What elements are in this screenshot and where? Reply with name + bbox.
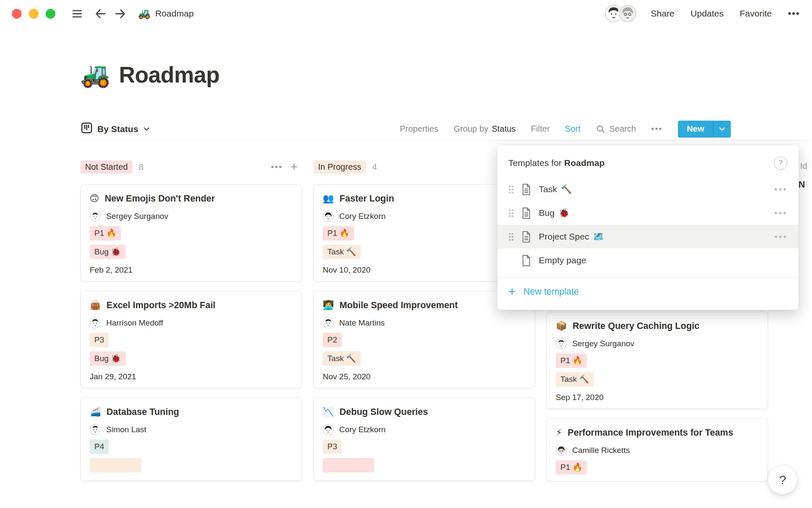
board-view-icon: [80, 121, 93, 136]
updates-button[interactable]: Updates: [691, 8, 724, 19]
drag-handle-icon[interactable]: [508, 232, 514, 241]
card-person: Simon Last: [90, 424, 293, 435]
templates-dropdown-header: Templates for Roadmap ?: [497, 145, 798, 177]
board-card[interactable]: 📉Debug Slow Queries Cory Etzkorn P3: [313, 398, 535, 481]
card-date: Feb 2, 2021: [90, 265, 293, 275]
window-topbar: 🚜 Roadmap Share Updates Favorite •••: [0, 0, 812, 27]
tractor-emoji-icon: 🚜: [138, 8, 151, 19]
card-emoji-icon: 👩‍💻: [323, 300, 334, 310]
template-more-icon[interactable]: •••: [774, 232, 787, 242]
card-title: 🙃New Emojis Don't Render: [90, 192, 293, 205]
template-item-project-spec[interactable]: Project Spec 🗺️ •••: [497, 225, 798, 248]
priority-tag: P1 🔥: [323, 226, 354, 240]
new-button[interactable]: New: [678, 121, 731, 138]
avatar: [323, 424, 334, 435]
templates-dropdown: Templates for Roadmap ? Task 🔨 ••• Bug 🐞…: [497, 145, 798, 310]
board-card[interactable]: 🚄Database Tuning Simon Last P4: [80, 398, 302, 481]
template-item-bug[interactable]: Bug 🐞 •••: [497, 201, 798, 225]
priority-tag: P3: [323, 439, 342, 454]
priority-tag: P2: [323, 333, 342, 347]
close-window-button[interactable]: [12, 9, 22, 19]
share-button[interactable]: Share: [651, 8, 675, 19]
breadcrumb[interactable]: 🚜 Roadmap: [138, 8, 194, 19]
properties-button[interactable]: Properties: [400, 124, 438, 134]
card-title: 👜Excel Imports >20Mb Fail: [90, 298, 293, 312]
traffic-lights: [12, 9, 55, 19]
column-add-card-icon[interactable]: +: [290, 160, 298, 173]
column-header: Not Started 8 ••• +: [80, 159, 302, 174]
group-by-label: Group by: [453, 124, 488, 134]
card-emoji-icon: 👜: [90, 300, 101, 310]
filter-button[interactable]: Filter: [531, 124, 549, 134]
drag-handle-icon[interactable]: [508, 209, 514, 218]
template-item-task[interactable]: Task 🔨 •••: [497, 177, 798, 201]
more-options-icon[interactable]: •••: [788, 8, 800, 19]
priority-tag: P1 🔥: [556, 353, 587, 368]
forward-arrow-icon[interactable]: [114, 7, 127, 20]
board-card[interactable]: 🙃New Emojis Don't Render Sergey Surganov…: [80, 184, 302, 282]
world-map-emoji-icon: 🗺️: [593, 232, 604, 242]
board-column-not-started: Not Started 8 ••• + 🙃New Emojis Don't Re…: [80, 159, 302, 481]
collaborator-avatars[interactable]: [605, 5, 636, 22]
help-button[interactable]: ?: [768, 465, 797, 494]
templates-title-prefix: Templates for: [508, 158, 562, 168]
document-icon: [521, 231, 531, 243]
board-card[interactable]: 📦Rewrite Query Caching Logic Sergey Surg…: [546, 312, 768, 409]
group-by-value: Status: [492, 124, 516, 134]
group-by-button[interactable]: Group by Status: [453, 124, 516, 134]
card-person: Cory Etzkorn: [323, 424, 526, 435]
type-tag: Bug 🐞: [90, 351, 126, 366]
card-person: Sergey Surganov: [90, 211, 293, 222]
board-card[interactable]: ⚡Performance Improvements for Teams Cami…: [546, 418, 768, 481]
page-title[interactable]: Roadmap: [119, 62, 219, 88]
favorite-button[interactable]: Favorite: [740, 8, 772, 19]
priority-tag: P1 🔥: [90, 226, 121, 240]
type-tag: [323, 458, 374, 472]
template-more-icon[interactable]: •••: [774, 208, 787, 218]
toolbar-more-icon[interactable]: •••: [651, 124, 663, 134]
sidebar-menu-icon[interactable]: [71, 7, 84, 20]
board-card[interactable]: 👜Excel Imports >20Mb Fail Harrison Medof…: [80, 291, 302, 388]
view-switcher[interactable]: By Status: [80, 121, 151, 136]
view-switcher-label: By Status: [97, 124, 138, 134]
view-toolbar: By Status Properties Group by Status Fil…: [80, 118, 812, 141]
card-date: Nov 10, 2020: [323, 265, 526, 275]
avatar: [90, 318, 101, 329]
minimize-window-button[interactable]: [29, 9, 38, 19]
avatar: [90, 424, 101, 435]
card-emoji-icon: 📉: [323, 407, 334, 417]
card-title: ⚡Performance Improvements for Teams: [556, 426, 759, 439]
type-tag: Task 🔨: [323, 245, 361, 259]
avatar: [556, 445, 567, 456]
template-label: Project Spec: [539, 232, 589, 242]
template-more-icon[interactable]: •••: [774, 184, 787, 194]
avatar: [619, 5, 636, 22]
sort-button[interactable]: Sort: [565, 124, 581, 134]
priority-tag: P1 🔥: [556, 460, 587, 475]
new-template-label: New template: [524, 287, 579, 297]
new-button-label[interactable]: New: [678, 121, 713, 138]
type-tag: Task 🔨: [556, 372, 594, 387]
card-title: 👩‍💻Mobile Speed Improvement: [323, 298, 526, 312]
search-button[interactable]: Search: [595, 124, 636, 134]
drag-handle-icon[interactable]: [508, 185, 514, 194]
template-item-empty-page[interactable]: Empty page: [497, 248, 798, 272]
page-emoji-icon[interactable]: 🚜: [80, 63, 110, 87]
templates-help-icon[interactable]: ?: [774, 156, 787, 170]
avatar: [323, 318, 334, 329]
new-template-button[interactable]: + New template: [497, 278, 798, 306]
type-tag: [90, 458, 141, 472]
back-arrow-icon[interactable]: [94, 7, 107, 20]
card-emoji-icon: 🙃: [90, 193, 99, 204]
zoom-window-button[interactable]: [46, 9, 55, 19]
priority-tag: P4: [90, 439, 109, 454]
card-person: Nate Martins: [323, 318, 526, 329]
template-label: Empty page: [539, 255, 586, 265]
card-person: Harrison Medoff: [90, 318, 293, 329]
type-tag: Bug 🐞: [90, 245, 126, 259]
new-button-chevron-icon[interactable]: [713, 121, 731, 138]
ladybug-emoji-icon: 🐞: [558, 208, 569, 218]
column-more-icon[interactable]: •••: [271, 162, 283, 172]
type-tag: Task 🔨: [323, 351, 361, 366]
card-emoji-icon: 📦: [556, 321, 567, 331]
